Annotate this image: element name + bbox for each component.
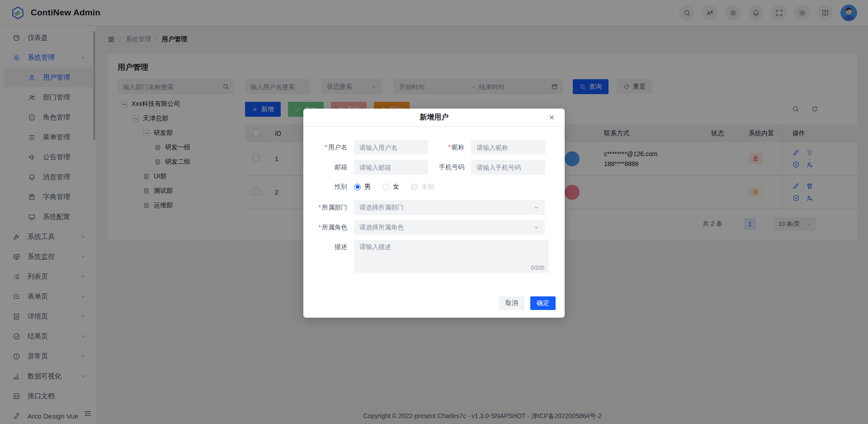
radio-icon [382, 184, 389, 191]
email-input[interactable] [354, 160, 428, 175]
phone-field: 手机号码 [431, 160, 545, 175]
gender-unknown-radio: 未知 [411, 183, 434, 191]
radio-checked-icon [354, 184, 361, 191]
modal-close-button[interactable] [547, 113, 557, 123]
role-select[interactable]: 请选择所属角色 [354, 220, 545, 235]
username-field: *用户名 [314, 140, 428, 155]
confirm-button[interactable]: 确定 [530, 296, 556, 310]
cancel-button[interactable]: 取消 [499, 296, 524, 310]
gender-radio-group: 男 女 未知 [354, 183, 434, 191]
description-field: 描述 0/200 [314, 240, 545, 274]
department-field: *所属部门 请选择所属部门 [314, 200, 545, 215]
app-window: ContiNew Admin 仪表盘 [0, 0, 868, 424]
add-user-modal: 新增用户 *用户名 *昵称 邮箱 [303, 109, 565, 318]
modal-footer: 取消 确定 [499, 296, 556, 310]
radio-disabled-icon [411, 184, 418, 191]
description-textarea[interactable] [354, 240, 549, 273]
modal-title: 新增用户 [420, 113, 448, 122]
department-select[interactable]: 请选择所属部门 [354, 200, 545, 215]
nickname-input[interactable] [471, 140, 545, 155]
phone-input[interactable] [471, 160, 545, 175]
modal-header: 新增用户 [303, 109, 565, 127]
nickname-field: *昵称 [431, 140, 545, 155]
email-field: 邮箱 [314, 160, 428, 175]
modal-body: *用户名 *昵称 邮箱 手机号码 性别 [303, 127, 565, 274]
gender-male-radio[interactable]: 男 [354, 183, 371, 191]
username-input[interactable] [354, 140, 428, 155]
char-counter: 0/200 [531, 265, 544, 271]
close-icon [548, 114, 555, 121]
role-field: *所属角色 请选择所属角色 [314, 220, 545, 235]
gender-female-radio[interactable]: 女 [382, 183, 399, 191]
gender-field: 性别 男 女 未知 [314, 182, 545, 192]
chevron-down-icon [533, 205, 539, 210]
chevron-down-icon [533, 224, 539, 230]
